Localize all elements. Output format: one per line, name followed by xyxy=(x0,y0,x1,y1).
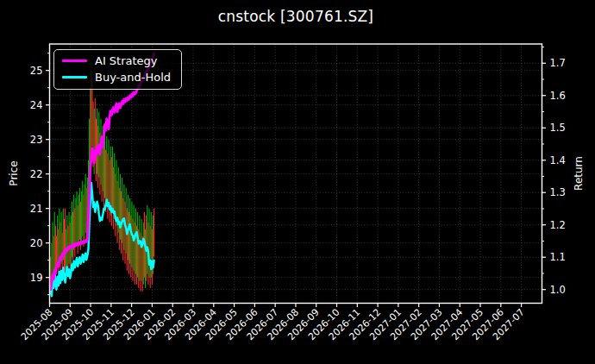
y-left-tick-label: 23 xyxy=(30,134,43,146)
y-right-tick-label: 1.4 xyxy=(550,154,566,166)
y-left-tick-label: 22 xyxy=(30,168,43,180)
y-right-tick-label: 1.0 xyxy=(550,284,566,296)
y-right-tick-label: 1.5 xyxy=(550,122,566,134)
legend-label: AI Strategy xyxy=(95,54,158,67)
buy-and-hold-line-swatch xyxy=(62,76,87,78)
chart-figure: cnstock [300761.SZ] 192021222324251.01.1… xyxy=(0,0,595,364)
legend-label: Buy-and-Hold xyxy=(95,71,171,84)
y-left-tick-label: 20 xyxy=(30,237,43,249)
y-left-tick-label: 25 xyxy=(30,65,43,77)
y-right-tick-label: 1.1 xyxy=(550,251,566,263)
y-right-tick-label: 1.2 xyxy=(550,219,566,231)
y-right-tick-label: 1.6 xyxy=(550,90,566,102)
y-right-tick-label: 1.7 xyxy=(550,57,566,69)
price-axis-label: Price xyxy=(8,147,20,199)
y-left-tick-label: 19 xyxy=(30,272,43,284)
return-axis-label: Return xyxy=(573,147,585,199)
y-right-tick-label: 1.3 xyxy=(550,186,566,198)
legend-item-buy-and-hold: Buy-and-Hold xyxy=(62,71,171,84)
y-left-tick-label: 21 xyxy=(30,203,43,215)
legend: AI Strategy Buy-and-Hold xyxy=(53,49,182,90)
legend-item-ai-strategy: AI Strategy xyxy=(62,54,171,67)
y-left-tick-label: 24 xyxy=(30,99,43,111)
ai-strategy-line-swatch xyxy=(62,60,87,62)
